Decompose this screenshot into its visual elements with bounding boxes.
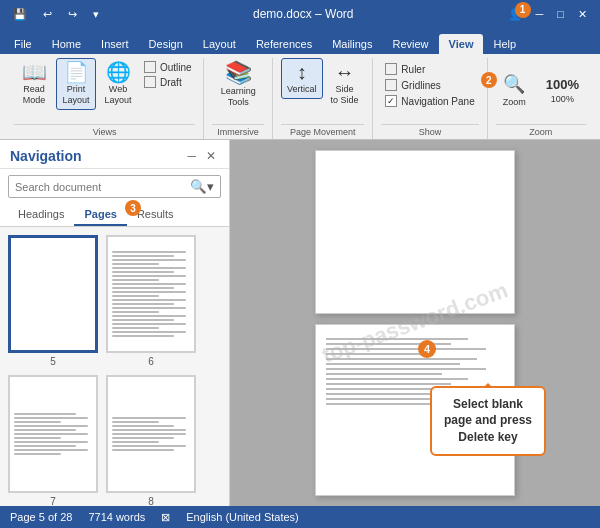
view-tab-badge: 1 [515, 2, 531, 18]
outline-button[interactable]: Outline [140, 60, 196, 74]
main-area: Navigation ─ ✕ 🔍▾ Headings Pages 3 Resul… [0, 140, 600, 506]
web-layout-icon: 🌐 [106, 62, 131, 82]
immersive-group-items: 📚 LearningTools [212, 58, 264, 122]
status-language[interactable]: English (United States) [186, 511, 299, 523]
callout-badge-container: 4 [418, 340, 436, 358]
page-8-lines [108, 411, 194, 457]
page-movement-group-items: ↕ Vertical ↔ Sideto Side [281, 58, 365, 122]
nav-close-button[interactable]: ✕ [203, 148, 219, 164]
tab-file[interactable]: File [4, 34, 42, 54]
read-mode-icon: 📖 [22, 62, 47, 82]
tab-mailings[interactable]: Mailings [322, 34, 382, 54]
page-thumb-label-6: 6 [148, 356, 154, 367]
ribbon-group-immersive: 📚 LearningTools Immersive [204, 58, 273, 139]
title-bar-left: 💾 ↩ ↪ ▾ [8, 6, 104, 23]
zoom-group-items: 🔍 Zoom 100% 100% [496, 58, 586, 122]
title-bar-right: 👤 1 ─ □ ✕ [503, 6, 592, 23]
learning-tools-icon: 📚 [225, 62, 252, 84]
show-group-items: Ruler Gridlines 2 ✓ Navigation Pane [381, 62, 478, 122]
draft-checkbox[interactable] [144, 76, 156, 88]
tab-layout[interactable]: Layout [193, 34, 246, 54]
ruler-checkbox-btn[interactable]: Ruler [381, 62, 478, 76]
gridlines-checkbox[interactable] [385, 79, 397, 91]
side-to-side-button[interactable]: ↔ Sideto Side [325, 58, 365, 110]
ribbon-group-zoom: 🔍 Zoom 100% 100% Zoom [488, 58, 594, 139]
nav-minimize-button[interactable]: ─ [184, 148, 199, 164]
vertical-button[interactable]: ↕ Vertical [281, 58, 323, 99]
views-group-items: 📖 ReadMode 📄 PrintLayout 🌐 WebLayout Out… [14, 58, 196, 122]
ruler-checkbox[interactable] [385, 63, 397, 75]
vertical-icon: ↕ [297, 62, 307, 82]
page-thumb-img-7 [8, 375, 98, 493]
minimize-button[interactable]: ─ [531, 6, 549, 22]
tab-view[interactable]: View [439, 34, 484, 54]
nav-title: Navigation [10, 148, 82, 164]
learning-tools-button[interactable]: 📚 LearningTools [212, 58, 264, 112]
navigation-pane-checkbox[interactable]: ✓ [385, 95, 397, 107]
ribbon-group-show: Ruler Gridlines 2 ✓ Navigation Pane Show [373, 58, 487, 139]
outline-checkbox[interactable] [144, 61, 156, 73]
page-thumb-img-5 [8, 235, 98, 353]
page-thumb-5[interactable]: 5 [8, 235, 98, 367]
restore-button[interactable]: □ [552, 6, 569, 22]
tab-insert[interactable]: Insert [91, 34, 139, 54]
save-button[interactable]: 💾 [8, 6, 32, 23]
undo-button[interactable]: ↩ [38, 6, 57, 23]
views-group-label: Views [14, 124, 195, 137]
customize-button[interactable]: ▾ [88, 6, 104, 23]
pages-tab-badge: 3 [125, 200, 141, 216]
callout-tooltip: Select blankpage and pressDelete key [430, 386, 546, 456]
page-thumb-8[interactable]: 8 [106, 375, 196, 506]
tab-home[interactable]: Home [42, 34, 91, 54]
nav-pages: 5 [0, 227, 229, 506]
show-group-label: Show [381, 124, 478, 137]
page-thumb-img-6 [106, 235, 196, 353]
proofing-icon: ⊠ [161, 511, 170, 524]
close-button[interactable]: ✕ [573, 6, 592, 23]
zoom-button[interactable]: 🔍 Zoom [496, 69, 533, 111]
title-bar-title: demo.docx – Word [104, 7, 503, 21]
navigation-pane-badge: 2 [481, 72, 497, 88]
page-thumb-img-8 [106, 375, 196, 493]
page-thumb-label-7: 7 [50, 496, 56, 506]
tab-review[interactable]: Review [383, 34, 439, 54]
status-proofing: ⊠ [161, 511, 170, 524]
draft-button[interactable]: Draft [140, 75, 196, 89]
nav-tab-pages[interactable]: Pages 3 [74, 204, 126, 226]
search-input[interactable] [9, 178, 184, 196]
tab-help[interactable]: Help [483, 34, 526, 54]
status-page-info[interactable]: Page 5 of 28 [10, 511, 72, 523]
immersive-group-label: Immersive [212, 124, 264, 137]
ribbon-group-page-movement: ↕ Vertical ↔ Sideto Side Page Movement [273, 58, 373, 139]
title-bar: 💾 ↩ ↪ ▾ demo.docx – Word 👤 1 ─ □ ✕ [0, 0, 600, 28]
callout-text: Select blankpage and pressDelete key [444, 397, 532, 445]
nav-controls: ─ ✕ [184, 148, 219, 164]
navigation-pane-checkbox-btn[interactable]: ✓ Navigation Pane [381, 94, 478, 108]
web-layout-button[interactable]: 🌐 WebLayout [98, 58, 138, 110]
read-mode-button[interactable]: 📖 ReadMode [14, 58, 54, 110]
nav-tabs: Headings Pages 3 Results [0, 204, 229, 227]
page-movement-group-label: Page Movement [281, 124, 364, 137]
page-thumb-label-8: 8 [148, 496, 154, 506]
print-layout-button[interactable]: 📄 PrintLayout [56, 58, 96, 110]
page-thumb-7[interactable]: 7 [8, 375, 98, 506]
page-6-lines [108, 245, 194, 343]
nav-tab-headings[interactable]: Headings [8, 204, 74, 226]
zoom-group-label: Zoom [496, 124, 586, 137]
gridlines-checkbox-btn[interactable]: Gridlines 2 [381, 78, 478, 92]
document-area: top-password.com Select blankpage and pr… [230, 140, 600, 506]
views-small-group: Outline Draft [140, 58, 196, 89]
zoom-100-icon: 100% [546, 77, 579, 92]
status-word-count[interactable]: 7714 words [88, 511, 145, 523]
page-thumb-6[interactable]: 6 [106, 235, 196, 367]
tab-references[interactable]: References [246, 34, 322, 54]
doc-page-5[interactable] [315, 150, 515, 314]
zoom-100-button[interactable]: 100% 100% [539, 73, 586, 108]
search-button[interactable]: 🔍▾ [184, 176, 220, 197]
redo-button[interactable]: ↪ [63, 6, 82, 23]
navigation-pane: Navigation ─ ✕ 🔍▾ Headings Pages 3 Resul… [0, 140, 230, 506]
callout-number-badge: 4 [418, 340, 436, 358]
tab-design[interactable]: Design [139, 34, 193, 54]
print-layout-icon: 📄 [64, 62, 89, 82]
ribbon: 📖 ReadMode 📄 PrintLayout 🌐 WebLayout Out… [0, 54, 600, 140]
